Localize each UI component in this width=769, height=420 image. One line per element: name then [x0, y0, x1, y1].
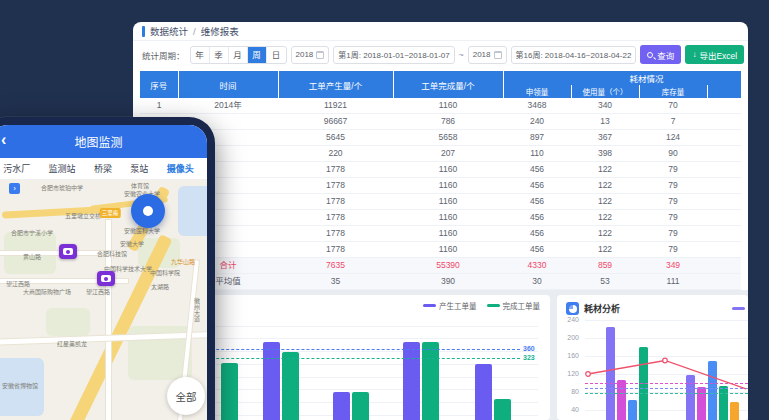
annotation-label: 360 — [523, 345, 535, 352]
table-row: 177811604561227967 — [140, 178, 741, 194]
period-option-3[interactable]: 月 — [229, 47, 248, 63]
mobile-phone-overlay: ‹ 地图监测 污水厂监测站桥梁泵站摄像头 合肥市琥珀中学体育馆安徽农业大学五里墩… — [0, 117, 215, 420]
map-label: 安徽大学 — [120, 239, 144, 248]
mobile-tab-3[interactable]: 桥梁 — [94, 162, 112, 175]
camera-marker-tail — [63, 254, 73, 264]
search-icon — [647, 52, 653, 58]
bar-产生工单量 — [475, 364, 492, 420]
annotation-label: 323 — [523, 354, 535, 361]
column-header: 工单完成量/个 — [393, 71, 503, 98]
calendar-icon — [494, 51, 502, 59]
table-row: 177811604561227967 — [140, 194, 741, 210]
table-row: 2202071103989019 — [140, 146, 741, 162]
column-header: 工单产生量/个 — [278, 71, 393, 98]
mobile-header: ‹ 地图监测 — [0, 125, 207, 158]
y-axis-label: 240 — [559, 316, 579, 323]
bar-完成工单量 — [282, 352, 299, 420]
start-week-input[interactable]: 第1周: 2018-01-01~2018-01-07 — [333, 46, 454, 64]
table-row: 96667786240137690 — [140, 114, 741, 130]
map-label: 五里墩立交桥 — [65, 211, 101, 220]
map-label: 黄山路 — [23, 252, 41, 261]
consumables-chart-plot — [585, 311, 748, 420]
period-option-4[interactable]: 周 — [248, 47, 267, 63]
sub-column-header: 使用量（个） — [571, 85, 639, 98]
map-label: 徽州大道 — [193, 298, 202, 322]
breadcrumb: 数据统计 / 维修报表 — [133, 22, 748, 41]
period-segmented-control: 年季月周日 — [190, 46, 287, 64]
map-label: 安徽省博物馆 — [2, 381, 38, 390]
export-excel-button[interactable]: ↓ 导出Excel — [685, 45, 744, 64]
breadcrumb-section[interactable]: 数据统计 — [150, 24, 188, 38]
legend-line — [423, 304, 436, 307]
start-year-value: 2018 — [296, 50, 314, 59]
breadcrumb-page: 维修报表 — [201, 24, 239, 38]
location-pin-marker[interactable] — [131, 194, 165, 228]
map-label: 合肥科技馆 — [97, 249, 127, 258]
start-week-value: 第1周: 2018-01-01~2018-01-07 — [338, 49, 449, 60]
average-row: 平均值35390305311114 — [140, 274, 741, 290]
mobile-tab-5[interactable]: 摄像头 — [167, 162, 194, 175]
bar-产生工单量 — [403, 342, 420, 420]
table-row: 56455658897367124129 — [140, 130, 741, 146]
table-row: 177811604561227967 — [140, 162, 741, 178]
map-label: 太湖路 — [151, 282, 169, 291]
y-axis-label: 80 — [559, 388, 579, 395]
bar-完成工单量 — [494, 399, 511, 420]
map-badge: 三里庵 — [100, 208, 121, 218]
mobile-tab-4[interactable]: 泵站 — [130, 162, 148, 175]
phone-screen: ‹ 地图监测 污水厂监测站桥梁泵站摄像头 合肥市琥珀中学体育馆安徽农业大学五里墩… — [0, 125, 207, 420]
mobile-page-title: 地图监测 — [74, 133, 122, 150]
table-row: 177811604561227967 — [140, 210, 741, 226]
work-order-chart-legend: 产生工单量完成工单量 — [423, 300, 540, 311]
y-axis-label: 200 — [559, 334, 579, 341]
bar-完成工单量 — [422, 342, 439, 420]
all-button[interactable]: 全部 — [167, 377, 205, 415]
expand-icon[interactable]: › — [9, 183, 20, 194]
end-year-select[interactable]: 2018 — [468, 46, 507, 64]
table-row: 177811604561227967 — [140, 242, 741, 258]
period-option-5[interactable]: 日 — [267, 47, 286, 63]
end-week-input[interactable]: 第16周: 2018-04-16~2018-04-22 — [511, 46, 637, 64]
map-label: 红星美凯龙 — [57, 339, 87, 348]
query-button[interactable]: 查询 — [640, 45, 681, 64]
map-label: 大商国际购物广场 — [23, 287, 71, 296]
consumables-chart-card: 耗材分析 4080120160200240 — [557, 295, 748, 420]
period-option-2[interactable]: 季 — [210, 47, 229, 63]
filter-bar: 统计周期： 年季月周日 2018 第1周: 2018-01-01~2018-01… — [133, 41, 748, 68]
map-label: 中国科学院 — [150, 268, 180, 277]
legend-item-1[interactable]: 产生工单量 — [423, 300, 477, 311]
sub-column-header: 库存量 — [639, 85, 707, 98]
map-label: 九华山路 — [171, 257, 195, 266]
report-table-wrap: 序号时间工单产生量/个工单完成量/个耗材情况申领量使用量（个）库存量余量1201… — [140, 71, 741, 290]
camera-marker[interactable] — [97, 271, 115, 286]
filter-label: 统计周期： — [142, 49, 185, 61]
trend-line — [585, 311, 748, 420]
mobile-tab-1[interactable]: 污水厂 — [3, 162, 30, 175]
sub-column-header: 余量 — [707, 85, 741, 98]
legend-item-2[interactable]: 完成工单量 — [487, 300, 541, 311]
bar-完成工单量 — [352, 392, 369, 420]
period-option-1[interactable]: 年 — [191, 47, 210, 63]
back-icon[interactable]: ‹ — [1, 131, 6, 149]
bar-产生工单量 — [333, 392, 350, 420]
breadcrumb-separator: / — [193, 26, 196, 37]
mobile-tab-2[interactable]: 监测站 — [49, 162, 76, 175]
legend-line — [487, 304, 500, 307]
end-week-value: 第16周: 2018-04-16~2018-04-22 — [516, 49, 632, 60]
camera-marker[interactable] — [59, 244, 77, 259]
map-view[interactable]: 合肥市琥珀中学体育馆安徽农业大学五里墩立交桥安徽医科大学合肥市宁溪小学安徽大学合… — [0, 180, 207, 420]
camera-icon — [63, 248, 73, 255]
legend-label: 完成工单量 — [503, 300, 541, 311]
y-axis-label: 40 — [559, 406, 579, 413]
download-icon: ↓ — [692, 51, 696, 59]
map-label: 合肥市琥珀中学 — [41, 183, 83, 192]
pie-chart-icon — [566, 302, 579, 315]
start-year-select[interactable]: 2018 — [291, 46, 330, 64]
camera-icon — [101, 275, 111, 282]
range-separator: ~ — [459, 50, 464, 60]
table-row: 177811604561227967 — [140, 226, 741, 242]
end-year-value: 2018 — [473, 50, 491, 59]
export-button-label: 导出Excel — [699, 49, 737, 61]
sub-column-header: 申领量 — [503, 85, 571, 98]
map-label: 望江西路 — [86, 287, 110, 296]
